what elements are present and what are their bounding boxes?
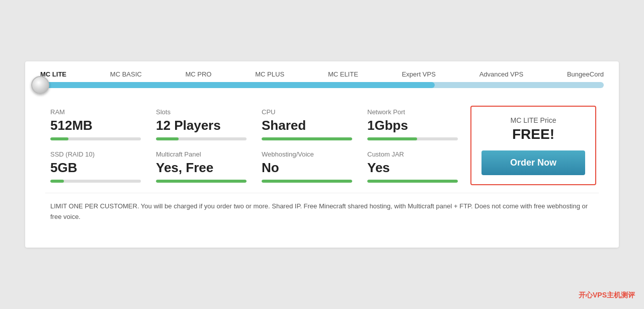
stat-bar-fill (367, 180, 458, 183)
stat-bar (50, 180, 141, 183)
stat-label: CPU (262, 108, 352, 116)
tab-mc-plus[interactable]: MC PLUS (255, 70, 284, 78)
stat-label: Network Port (367, 108, 458, 116)
note-text: LIMIT ONE PER CUSTOMER. You will be char… (45, 193, 599, 222)
watermark: 开心VPS主机测评 (579, 291, 635, 300)
tab-advanced-vps[interactable]: Advanced VPS (479, 70, 523, 78)
stat-value: 5GB (50, 160, 141, 176)
tab-expert-vps[interactable]: Expert VPS (402, 70, 436, 78)
tab-mc-elite[interactable]: MC ELITE (328, 70, 358, 78)
price-title: MC LITE Price (510, 116, 556, 124)
tab-bungeecord[interactable]: BungeeCord (567, 70, 604, 78)
stat-bar-fill (50, 137, 68, 140)
stat-bar-fill (262, 180, 352, 183)
slider-track[interactable] (40, 82, 604, 88)
stat-item: RAM512MB (45, 103, 151, 145)
stat-bar (367, 180, 458, 183)
stat-value: 1Gbps (367, 118, 458, 133)
tab-mc-basic[interactable]: MC BASIC (110, 70, 142, 78)
stat-value: 512MB (50, 118, 141, 133)
stat-item: CPUShared (257, 103, 362, 145)
stat-item: Custom JARYes (362, 145, 468, 188)
stat-label: RAM (50, 108, 141, 116)
stat-bar-fill (156, 137, 179, 140)
stat-label: Custom JAR (367, 150, 458, 158)
stat-bar-fill (156, 180, 247, 183)
stat-item: Slots12 Players (151, 103, 257, 145)
order-now-button[interactable]: Order Now (481, 150, 585, 175)
stat-bar-fill (367, 137, 417, 140)
stat-label: Slots (156, 108, 247, 116)
stat-value: Shared (262, 118, 352, 133)
stat-bar (262, 180, 352, 183)
stat-value: 12 Players (156, 118, 247, 133)
tab-bar: MC LITEMC BASICMC PROMC PLUSMC ELITEExpe… (40, 70, 604, 78)
stat-label: Webhosting/Voice (262, 150, 352, 158)
stat-label: Multicraft Panel (156, 150, 247, 158)
stat-bar (262, 137, 352, 140)
stat-item: Multicraft PanelYes, Free (151, 145, 257, 188)
slider-thumb[interactable] (31, 76, 49, 94)
stat-item: SSD (RAID 10)5GB (45, 145, 151, 188)
stat-bar-fill (262, 137, 352, 140)
stat-bar (367, 137, 458, 140)
stat-bar (156, 137, 247, 140)
tab-mc-pro[interactable]: MC PRO (185, 70, 211, 78)
slider-fill (40, 82, 435, 88)
price-panel: MC LITE Price FREE! Order Now (470, 106, 596, 185)
stat-value: Yes, Free (156, 160, 247, 176)
stat-value: No (262, 160, 352, 176)
stat-value: Yes (367, 160, 458, 176)
stat-bar (50, 137, 141, 140)
price-value: FREE! (512, 126, 554, 142)
stat-item: Webhosting/VoiceNo (257, 145, 362, 188)
stat-bar (156, 180, 247, 183)
stat-bar-fill (50, 180, 64, 183)
stat-item: Network Port1Gbps (362, 103, 468, 145)
stat-label: SSD (RAID 10) (50, 150, 141, 158)
